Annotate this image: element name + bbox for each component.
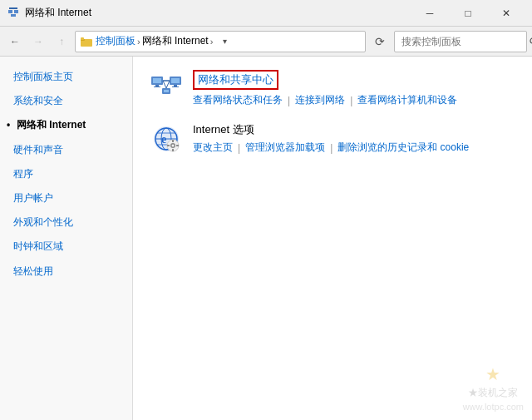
- title-bar-controls: ─ □ ✕: [411, 0, 525, 27]
- network-sharing-icon: [150, 70, 183, 103]
- breadcrumb-current: 网络和 Internet: [142, 34, 209, 48]
- sidebar: 控制面板主页 系统和安全 网络和 Internet 硬件和声音 程序 用户帐户 …: [0, 57, 133, 420]
- svg-rect-17: [171, 78, 180, 83]
- title-bar-title: 网络和 Internet: [25, 6, 411, 20]
- svg-rect-36: [172, 149, 174, 151]
- view-network-computers-link[interactable]: 查看网络计算机和设备: [357, 93, 457, 107]
- maximize-button[interactable]: □: [449, 0, 487, 27]
- view-network-status-link[interactable]: 查看网络状态和任务: [193, 93, 283, 107]
- sidebar-item-hardware-sound[interactable]: 硬件和声音: [0, 138, 132, 162]
- sidebar-item-network-internet[interactable]: 网络和 Internet: [0, 113, 132, 137]
- svg-rect-13: [153, 78, 161, 83]
- svg-line-23: [163, 81, 166, 88]
- forward-button[interactable]: →: [28, 32, 48, 52]
- search-input[interactable]: [401, 36, 526, 47]
- svg-rect-18: [174, 85, 177, 86]
- content-area: 网络和共享中心 查看网络状态和任务 | 连接到网络 | 查看网络计算机和设备: [133, 57, 532, 420]
- svg-rect-15: [154, 86, 160, 87]
- title-bar-icon: [7, 7, 20, 20]
- sidebar-item-ease-access[interactable]: 轻松使用: [0, 259, 132, 284]
- network-sharing-item: 网络和共享中心 查看网络状态和任务 | 连接到网络 | 查看网络计算机和设备: [150, 70, 515, 107]
- delete-history-link[interactable]: 删除浏览的历史记录和 cookie: [337, 141, 469, 155]
- address-input[interactable]: 控制面板 › 网络和 Internet › ▾: [75, 31, 366, 52]
- svg-rect-19: [172, 86, 179, 87]
- watermark: ★ ★装机之家 www.lotpc.com: [463, 364, 524, 412]
- watermark-site1: ★装机之家: [468, 386, 518, 400]
- internet-options-body: Internet 选项 更改主页 | 管理浏览器加载项 | 删除浏览的历史记录和…: [193, 122, 515, 155]
- watermark-star: ★: [485, 364, 500, 384]
- svg-rect-38: [176, 145, 179, 146]
- watermark-site2: www.lotpc.com: [463, 402, 524, 412]
- sidebar-item-programs[interactable]: 程序: [0, 162, 132, 186]
- sidebar-item-user-accounts[interactable]: 用户帐户: [0, 186, 132, 210]
- close-button[interactable]: ✕: [487, 0, 525, 27]
- network-sharing-body: 网络和共享中心 查看网络状态和任务 | 连接到网络 | 查看网络计算机和设备: [193, 70, 515, 107]
- internet-options-title: Internet 选项: [193, 122, 515, 137]
- sidebar-item-clock-region[interactable]: 时钟和区域: [0, 235, 132, 259]
- svg-rect-21: [164, 90, 169, 92]
- folder-icon: [81, 37, 92, 47]
- breadcrumb-root[interactable]: 控制面板: [96, 34, 135, 48]
- svg-line-24: [166, 81, 170, 88]
- search-box: [394, 31, 527, 52]
- internet-options-icon: e: [150, 122, 183, 156]
- connect-to-network-link[interactable]: 连接到网络: [295, 93, 345, 107]
- svg-rect-35: [172, 140, 174, 142]
- refresh-button[interactable]: ⟳: [369, 31, 391, 52]
- main-layout: 控制面板主页 系统和安全 网络和 Internet 硬件和声音 程序 用户帐户 …: [0, 57, 532, 420]
- sidebar-item-system-security[interactable]: 系统和安全: [0, 89, 132, 113]
- svg-text:e: e: [161, 133, 166, 146]
- network-sharing-title-link[interactable]: 网络和共享中心: [193, 70, 278, 90]
- minimize-button[interactable]: ─: [411, 0, 449, 27]
- breadcrumb: 控制面板 › 网络和 Internet ›: [96, 34, 213, 48]
- internet-options-item: e Internet 选项 更改主页 | 管理浏览器加载项: [150, 122, 515, 156]
- breadcrumb-sep-2: ›: [210, 37, 214, 47]
- internet-options-links: 更改主页 | 管理浏览器加载项 | 删除浏览的历史记录和 cookie: [193, 141, 515, 155]
- svg-point-34: [172, 145, 175, 147]
- back-button[interactable]: ←: [5, 32, 25, 52]
- svg-rect-2: [14, 10, 18, 13]
- svg-rect-14: [155, 85, 159, 86]
- svg-rect-37: [167, 145, 170, 146]
- svg-rect-3: [11, 14, 16, 17]
- sidebar-item-appearance[interactable]: 外观和个性化: [0, 210, 132, 235]
- manage-addons-link[interactable]: 管理浏览器加载项: [245, 141, 325, 155]
- change-homepage-link[interactable]: 更改主页: [193, 141, 233, 155]
- svg-rect-4: [9, 7, 17, 9]
- breadcrumb-sep-1: ›: [137, 37, 140, 47]
- svg-rect-1: [8, 10, 12, 13]
- address-dropdown-button[interactable]: ▾: [216, 31, 233, 52]
- up-button[interactable]: ↑: [52, 32, 71, 52]
- network-sharing-links: 查看网络状态和任务 | 连接到网络 | 查看网络计算机和设备: [193, 93, 515, 107]
- title-bar: 网络和 Internet ─ □ ✕: [0, 0, 532, 27]
- sidebar-item-control-panel-home[interactable]: 控制面板主页: [0, 65, 132, 89]
- address-bar: ← → ↑ 控制面板 › 网络和 Internet › ▾ ⟳: [0, 27, 532, 57]
- svg-rect-7: [81, 37, 84, 40]
